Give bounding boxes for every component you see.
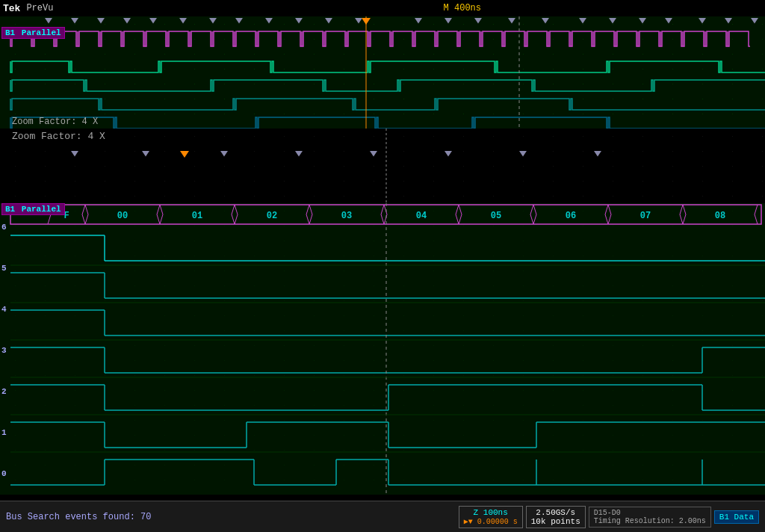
row-label-1: 1 (1, 428, 7, 437)
acq-points: 10k points (531, 517, 580, 526)
upper-channel-label: B1 Parallel (1, 27, 65, 39)
brand-label: Tek (3, 3, 20, 14)
status-right: Z 100ns ▶▼ 0.00000 s 2.50GS/s 10k points… (459, 506, 765, 528)
mode-label: PreVu (26, 3, 53, 13)
marker-label: M 400ns (444, 3, 481, 13)
cursor-label: ▶▼ 0.00000 s (464, 517, 518, 526)
row-label-6: 6 (1, 223, 7, 232)
timing-resolution: Timing Resolution: 2.00ns (594, 517, 706, 525)
status-bar: Bus Search events found: 70 Z 100ns ▶▼ 0… (0, 501, 765, 532)
row-label-4: 4 (1, 305, 7, 314)
lower-channel-id: B1 (5, 205, 15, 214)
upper-channel-id: B1 (5, 28, 15, 37)
upper-channel-sub: Parallel (22, 28, 61, 37)
acq-rate: 2.50GS/s (536, 508, 575, 517)
data-label: Data (734, 513, 754, 522)
time-box: Z 100ns ▶▼ 0.00000 s (459, 506, 523, 528)
time-label: Z 100ns (474, 508, 508, 517)
status-left: Bus Search events found: 70 (0, 512, 459, 522)
timing-info: D15-D0 Timing Resolution: 2.00ns (589, 507, 711, 528)
row-label-3: 3 (1, 346, 7, 355)
lower-channel-sub: Parallel (22, 205, 61, 214)
row-label-2: 2 (1, 387, 7, 396)
row-label-0: 0 (1, 469, 7, 478)
row-label-5: 5 (1, 264, 7, 273)
data-channel: B1 (719, 513, 729, 522)
ch-box: B1 Data (714, 510, 759, 524)
zoom-factor-label: Zoom Factor: 4 X (12, 117, 98, 127)
top-bar: Tek PreVu M 400ns (0, 0, 765, 16)
zoom-canvas (0, 129, 765, 203)
lower-waveform-canvas (0, 203, 765, 495)
lower-channel-label: B1 Parallel (1, 203, 65, 215)
oscilloscope: Tek PreVu M 400ns B1 Parallel Zoom Facto… (0, 0, 765, 532)
channel-label: D15-D0 (594, 509, 621, 517)
acq-box: 2.50GS/s 10k points (526, 506, 586, 528)
upper-waveform-canvas (0, 16, 765, 145)
bus-search-status: Bus Search events found: 70 (6, 512, 151, 522)
